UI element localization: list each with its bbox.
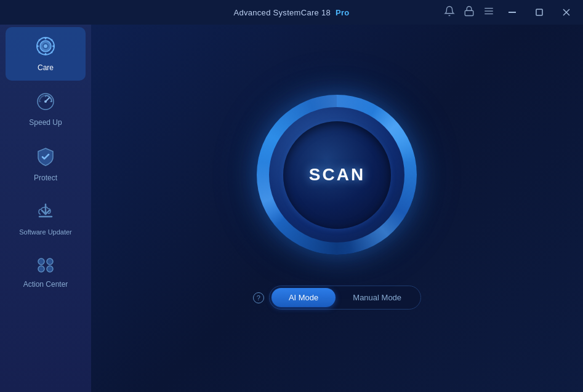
bell-icon[interactable]	[444, 6, 455, 19]
speedup-icon	[36, 92, 55, 114]
app-name: Advanced SystemCare	[233, 8, 319, 17]
close-button[interactable]	[557, 3, 576, 22]
svg-point-22	[44, 100, 47, 103]
svg-rect-0	[465, 10, 473, 15]
sidebar-item-label-speedup: Speed Up	[29, 118, 62, 127]
sidebar-item-label-care: Care	[38, 63, 54, 72]
action-center-icon	[35, 256, 56, 276]
svg-point-28	[38, 266, 44, 272]
care-icon	[35, 36, 56, 60]
maximize-button[interactable]	[530, 3, 549, 22]
svg-rect-14	[36, 46, 39, 47]
svg-point-11	[44, 44, 47, 48]
svg-rect-13	[45, 53, 47, 55]
scan-outer-ring: SCAN	[257, 95, 417, 255]
svg-rect-5	[536, 9, 542, 15]
app-version: 18	[321, 8, 333, 17]
help-label: ?	[257, 294, 260, 302]
sidebar-item-speedup[interactable]: Speed Up	[6, 83, 86, 135]
software-updater-icon	[36, 202, 55, 225]
sidebar: Care Speed Up	[0, 25, 91, 392]
window-controls	[386, 3, 576, 22]
svg-rect-15	[52, 46, 55, 47]
menu-icon[interactable]	[483, 6, 494, 19]
sidebar-item-label-action-center: Action Center	[23, 280, 68, 289]
app-title: Advanced SystemCare 18 Pro	[197, 8, 387, 17]
mode-toggle: AI Mode Manual Mode	[269, 286, 421, 310]
lock-icon[interactable]	[464, 6, 475, 19]
sidebar-item-software-updater[interactable]: Software Updater	[6, 193, 86, 245]
scan-wrapper: SCAN ? AI Mode Manual Mode	[253, 95, 421, 310]
svg-point-27	[47, 258, 53, 265]
sidebar-item-action-center[interactable]: Action Center	[6, 247, 86, 297]
pro-badge: Pro	[336, 8, 350, 17]
protect-icon	[36, 147, 55, 170]
title-bar: Advanced SystemCare 18 Pro	[0, 0, 583, 25]
svg-point-29	[47, 266, 53, 272]
ai-mode-button[interactable]: AI Mode	[271, 288, 336, 307]
minimize-button[interactable]	[503, 3, 521, 22]
sidebar-item-label-protect: Protect	[34, 174, 57, 182]
main-layout: Care Speed Up	[0, 25, 583, 392]
scan-button[interactable]: SCAN	[283, 121, 391, 229]
help-icon[interactable]: ?	[253, 292, 264, 303]
svg-rect-12	[45, 37, 47, 39]
svg-rect-4	[509, 12, 516, 13]
sidebar-item-label-software-updater: Software Updater	[19, 228, 72, 236]
manual-mode-button[interactable]: Manual Mode	[336, 288, 419, 307]
svg-point-26	[38, 258, 44, 265]
sidebar-item-protect[interactable]: Protect	[6, 138, 86, 191]
content-area: SCAN ? AI Mode Manual Mode	[91, 25, 583, 392]
scan-label: SCAN	[309, 165, 365, 185]
mode-toggle-wrapper: ? AI Mode Manual Mode	[253, 286, 421, 310]
sidebar-item-care[interactable]: Care	[6, 27, 86, 81]
scan-middle-ring: SCAN	[269, 107, 404, 242]
